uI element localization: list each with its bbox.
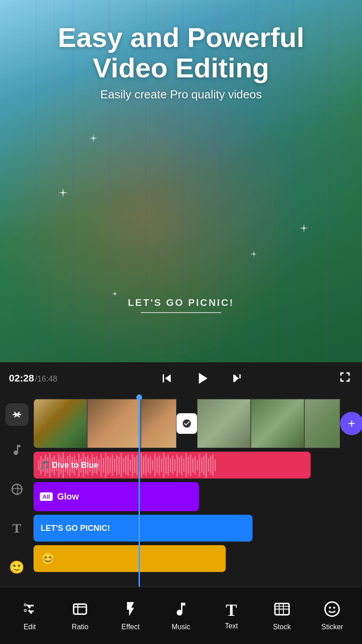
stock-icon — [274, 601, 290, 619]
toolbar-sticker-label: Sticker — [321, 623, 343, 631]
effect-badge: All — [40, 492, 53, 501]
sticker-track-icon[interactable]: 🙂 — [0, 548, 34, 587]
svg-point-3 — [178, 611, 181, 614]
toolbar-text[interactable]: T Text — [214, 602, 249, 630]
video-thumb-6 — [304, 399, 340, 448]
timeline-controls: 02:28 /16:48 — [0, 362, 362, 394]
fullscreen-button[interactable] — [337, 369, 353, 388]
sticker-emoji: 😊 — [41, 552, 55, 566]
tracks-container: + 🎵 Dive to Blue All Glow LET'S GO — [34, 394, 362, 587]
audio-label: 🎵 Dive to Blue — [40, 460, 98, 470]
collapse-button[interactable] — [5, 403, 29, 426]
video-caption-text: LET'S GO PICNIC! — [0, 297, 362, 309]
video-subtitle: Easily create Pro quality videos — [0, 88, 362, 102]
toolbar-music-label: Music — [172, 623, 190, 631]
video-overlay-text: Easy and Powerful Video Editing Easily c… — [0, 22, 362, 102]
toolbar-stock-label: Stock — [273, 623, 291, 631]
toolbar-text-label: Text — [225, 622, 238, 630]
video-track[interactable]: + — [34, 399, 362, 448]
effect-icon — [122, 601, 139, 619]
scissors-icon — [21, 601, 38, 619]
toolbar-edit[interactable]: Edit — [12, 601, 47, 631]
video-thumb-1 — [34, 399, 87, 448]
toolbar-music[interactable]: Music — [163, 601, 199, 631]
ratio-icon — [72, 601, 88, 619]
playhead[interactable] — [139, 394, 140, 587]
audio-track-icon[interactable] — [0, 430, 34, 469]
text-track-icon[interactable]: T — [0, 508, 34, 547]
time-display: 02:28 /16:48 — [9, 373, 67, 384]
toolbar-edit-label: Edit — [24, 623, 36, 631]
music-icon — [173, 601, 189, 619]
video-thumb-2 — [87, 399, 141, 448]
video-main-title: Easy and Powerful Video Editing — [0, 22, 362, 83]
toolbar-effect[interactable]: Effect — [113, 601, 148, 631]
svg-rect-2 — [74, 604, 87, 614]
timeline-area: T 🙂 + — [0, 394, 362, 587]
bottom-toolbar: Edit Ratio Effect — [0, 587, 362, 644]
text-icon: T — [226, 602, 237, 619]
editor-area: 02:28 /16:48 — [0, 362, 362, 644]
sticker-icon — [324, 601, 341, 619]
svg-point-7 — [333, 606, 336, 609]
time-total: /16:48 — [35, 374, 57, 384]
effect-track[interactable]: All Glow — [34, 482, 199, 511]
toolbar-sticker[interactable]: Sticker — [314, 601, 350, 631]
time-current: 02:28 — [9, 373, 34, 384]
skip-forward-button[interactable] — [229, 370, 245, 386]
toolbar-ratio-label: Ratio — [72, 623, 88, 631]
video-thumb-3 — [141, 399, 177, 448]
effect-track-icon[interactable] — [0, 470, 34, 508]
video-thumb-5 — [251, 399, 304, 448]
audio-track[interactable]: 🎵 Dive to Blue — [34, 452, 311, 479]
play-button[interactable] — [193, 369, 211, 388]
video-caption: LET'S GO PICNIC! — [0, 297, 362, 313]
playback-controls — [67, 369, 337, 388]
svg-point-6 — [329, 606, 331, 609]
text-track-label: LET'S GO PICNIC! — [41, 524, 110, 533]
video-caption-underline — [141, 312, 221, 313]
toolbar-effect-label: Effect — [122, 623, 140, 631]
add-clip-button[interactable]: + — [340, 412, 362, 435]
toolbar-stock[interactable]: Stock — [264, 601, 300, 631]
video-preview: Easy and Powerful Video Editing Easily c… — [0, 0, 362, 362]
video-thumb-4 — [197, 399, 251, 448]
text-track[interactable]: LET'S GO PICNIC! — [34, 515, 253, 542]
skip-back-button[interactable] — [159, 370, 175, 386]
left-icons: T 🙂 — [0, 394, 34, 587]
sticker-track[interactable]: 😊 — [34, 545, 226, 572]
effect-label: Glow — [57, 491, 79, 502]
svg-point-5 — [325, 602, 340, 616]
transition-button[interactable] — [177, 413, 197, 434]
toolbar-ratio[interactable]: Ratio — [62, 601, 98, 631]
